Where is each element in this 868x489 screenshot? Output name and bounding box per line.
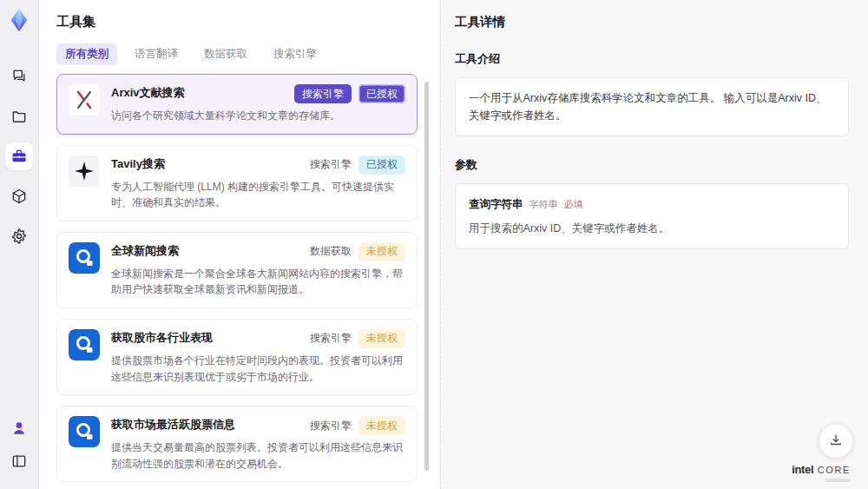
nav-chat-icon[interactable] <box>5 63 33 90</box>
intro-heading: 工具介绍 <box>455 51 849 67</box>
tavily-icon <box>69 155 100 187</box>
app-window: 工具集 所有类别 语言翻译 数据获取 搜索引擎 Arxiv文献搜索 搜索引擎 已… <box>0 0 868 489</box>
tool-name: 全球新闻搜索 <box>111 242 179 259</box>
tool-description: 提供股票市场各个行业在特定时间段内的表现。投资者可以利用这些信息来识别表现优于或… <box>111 353 405 385</box>
tool-name: Arxiv文献搜索 <box>111 84 185 101</box>
list-scrollbar[interactable] <box>424 82 429 471</box>
detail-title: 工具详情 <box>455 14 849 30</box>
tool-auth-badge: 已授权 <box>358 84 405 103</box>
panel-toggle-icon[interactable] <box>5 447 33 475</box>
tool-card[interactable]: Tavily搜索 搜索引擎 已授权 专为人工智能代理 (LLM) 构建的搜索引擎… <box>56 145 418 221</box>
intel-core-logo: intel CORE <box>792 461 851 482</box>
page-title: 工具集 <box>56 14 418 30</box>
user-avatar-icon[interactable] <box>5 414 33 442</box>
tool-description: 专为人工智能代理 (LLM) 构建的搜索引擎工具。可快速提供实时、准确和真实的结… <box>111 179 405 211</box>
qsearch-icon <box>69 242 100 274</box>
qsearch-icon <box>69 416 100 447</box>
tool-category-badge: 数据获取 <box>310 242 352 261</box>
nav-settings-gear-icon[interactable] <box>5 222 33 250</box>
download-button[interactable] <box>819 425 852 458</box>
qsearch-icon <box>69 329 100 360</box>
tool-card[interactable]: 获取股市各行业表现 搜索引擎 未授权 提供股票市场各个行业在特定时间段内的表现。… <box>56 319 418 395</box>
tool-auth-badge: 未授权 <box>358 416 405 435</box>
left-icon-rail <box>0 0 39 489</box>
arxiv-icon <box>69 84 100 116</box>
tool-category-badge: 搜索引擎 <box>310 329 352 348</box>
tool-category-badge: 搜索引擎 <box>294 84 352 103</box>
nav-folder-icon[interactable] <box>5 102 33 130</box>
tool-list: Arxiv文献搜索 搜索引擎 已授权 访问各个研究领域大量科学论文和文章的存储库… <box>56 74 418 489</box>
param-box: 查询字符串 字符串 必填 用于搜索的Arxiv ID、关键字或作者姓名。 <box>455 183 849 249</box>
param-required-badge: 必填 <box>564 197 583 213</box>
brand-core-text: CORE <box>818 465 851 475</box>
tool-category-badge: 搜索引擎 <box>310 416 352 435</box>
intro-text: 一个用于从Arxiv存储库搜索科学论文和文章的工具。 输入可以是Arxiv ID… <box>469 92 827 122</box>
tab-all-categories[interactable]: 所有类别 <box>56 43 117 65</box>
toolset-pane: 工具集 所有类别 语言翻译 数据获取 搜索引擎 Arxiv文献搜索 搜索引擎 已… <box>39 0 440 489</box>
param-name: 查询字符串 <box>469 195 523 213</box>
tool-card[interactable]: 全球新闻搜索 数据获取 未授权 全球新闻搜索是一个聚合全球各大新闻网站内容的搜索… <box>56 232 418 308</box>
params-heading: 参数 <box>455 157 849 173</box>
tool-detail-pane: 工具详情 工具介绍 一个用于从Arxiv存储库搜索科学论文和文章的工具。 输入可… <box>440 0 868 489</box>
tool-card[interactable]: 获取市场最活跃股票信息 搜索引擎 未授权 提供当天交易量最高的股票列表。投资者可… <box>56 406 418 482</box>
intro-box: 一个用于从Arxiv存储库搜索科学论文和文章的工具。 输入可以是Arxiv ID… <box>455 77 849 136</box>
tab-search-engine[interactable]: 搜索引擎 <box>265 43 326 65</box>
tool-description: 全球新闻搜索是一个聚合全球各大新闻网站内容的搜索引擎，帮助用户快速获取全球最新资… <box>111 266 405 298</box>
tool-name: Tavily搜索 <box>111 155 165 172</box>
nav-cube-icon[interactable] <box>5 182 33 210</box>
tool-name: 获取市场最活跃股票信息 <box>111 416 235 433</box>
tool-category-badge: 搜索引擎 <box>310 155 352 175</box>
tool-description: 访问各个研究领域大量科学论文和文章的存储库。 <box>111 108 405 124</box>
brand-subline <box>825 479 851 482</box>
param-description: 用于搜索的Arxiv ID、关键字或作者姓名。 <box>469 220 835 237</box>
download-icon <box>828 433 844 451</box>
tab-data-fetch[interactable]: 数据获取 <box>195 43 256 65</box>
brand-intel-text: intel <box>792 463 813 476</box>
tab-language-translation[interactable]: 语言翻译 <box>126 43 187 65</box>
app-logo-crystal-icon <box>6 7 32 33</box>
tool-description: 提供当天交易量最高的股票列表。投资者可以利用这些信息来识别流动性强的股票和潜在的… <box>111 439 405 472</box>
tool-auth-badge: 已授权 <box>358 155 405 175</box>
param-type: 字符串 <box>529 197 558 213</box>
nav-toolbox-icon[interactable] <box>5 142 33 170</box>
tool-card[interactable]: Arxiv文献搜索 搜索引擎 已授权 访问各个研究领域大量科学论文和文章的存储库… <box>56 74 418 135</box>
tool-auth-badge: 未授权 <box>358 242 405 261</box>
category-tabs: 所有类别 语言翻译 数据获取 搜索引擎 <box>56 43 418 65</box>
tool-name: 获取股市各行业表现 <box>111 329 213 346</box>
tool-auth-badge: 未授权 <box>358 329 405 348</box>
